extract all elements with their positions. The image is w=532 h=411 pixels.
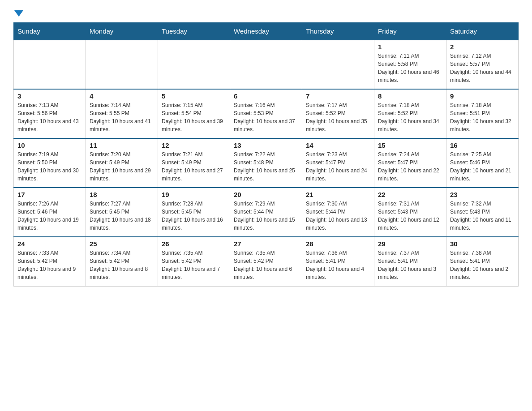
sun-info: Sunrise: 7:30 AMSunset: 5:44 PMDaylight:… — [306, 200, 370, 232]
calendar-cell: 11Sunrise: 7:20 AMSunset: 5:49 PMDayligh… — [86, 138, 158, 188]
week-row-2: 3Sunrise: 7:13 AMSunset: 5:56 PMDaylight… — [14, 89, 519, 138]
day-number: 30 — [450, 240, 515, 248]
day-number: 15 — [378, 141, 442, 149]
calendar-cell — [158, 40, 230, 89]
day-number: 14 — [306, 141, 370, 149]
weekday-header-saturday: Saturday — [446, 23, 519, 40]
calendar-cell: 2Sunrise: 7:12 AMSunset: 5:57 PMDaylight… — [446, 40, 519, 89]
calendar-cell: 4Sunrise: 7:14 AMSunset: 5:55 PMDaylight… — [86, 89, 158, 138]
sun-info: Sunrise: 7:14 AMSunset: 5:55 PMDaylight:… — [90, 101, 154, 133]
sun-info: Sunrise: 7:31 AMSunset: 5:43 PMDaylight:… — [378, 200, 442, 232]
calendar-cell: 13Sunrise: 7:22 AMSunset: 5:48 PMDayligh… — [230, 138, 302, 188]
calendar-cell: 25Sunrise: 7:34 AMSunset: 5:42 PMDayligh… — [86, 237, 158, 286]
sun-info: Sunrise: 7:15 AMSunset: 5:54 PMDaylight:… — [162, 101, 226, 133]
logo — [13, 9, 24, 15]
week-row-1: 1Sunrise: 7:11 AMSunset: 5:58 PMDaylight… — [14, 40, 519, 89]
page-header — [13, 9, 519, 15]
day-number: 22 — [378, 191, 442, 198]
calendar-cell: 27Sunrise: 7:35 AMSunset: 5:42 PMDayligh… — [230, 237, 302, 286]
calendar-cell: 14Sunrise: 7:23 AMSunset: 5:47 PMDayligh… — [302, 138, 374, 188]
calendar-cell: 16Sunrise: 7:25 AMSunset: 5:46 PMDayligh… — [446, 138, 519, 188]
sun-info: Sunrise: 7:20 AMSunset: 5:49 PMDaylight:… — [90, 150, 154, 183]
calendar-cell: 30Sunrise: 7:38 AMSunset: 5:41 PMDayligh… — [446, 237, 519, 286]
weekday-header-monday: Monday — [86, 23, 158, 40]
weekday-header-thursday: Thursday — [302, 23, 374, 40]
week-row-3: 10Sunrise: 7:19 AMSunset: 5:50 PMDayligh… — [14, 138, 519, 188]
calendar-cell: 9Sunrise: 7:18 AMSunset: 5:51 PMDaylight… — [446, 89, 519, 138]
sun-info: Sunrise: 7:37 AMSunset: 5:41 PMDaylight:… — [378, 249, 442, 281]
calendar-table: SundayMondayTuesdayWednesdayThursdayFrid… — [13, 22, 519, 287]
sun-info: Sunrise: 7:13 AMSunset: 5:56 PMDaylight:… — [17, 101, 82, 133]
sun-info: Sunrise: 7:23 AMSunset: 5:47 PMDaylight:… — [306, 150, 370, 183]
day-number: 29 — [378, 240, 442, 248]
day-number: 24 — [17, 240, 82, 248]
calendar-cell: 22Sunrise: 7:31 AMSunset: 5:43 PMDayligh… — [374, 188, 446, 237]
calendar-cell: 19Sunrise: 7:28 AMSunset: 5:45 PMDayligh… — [158, 188, 230, 237]
sun-info: Sunrise: 7:19 AMSunset: 5:50 PMDaylight:… — [17, 150, 82, 183]
weekday-header-friday: Friday — [374, 23, 446, 40]
sun-info: Sunrise: 7:33 AMSunset: 5:42 PMDaylight:… — [17, 249, 82, 281]
day-number: 11 — [90, 141, 154, 149]
calendar-cell: 29Sunrise: 7:37 AMSunset: 5:41 PMDayligh… — [374, 237, 446, 286]
day-number: 27 — [234, 240, 298, 248]
calendar-cell: 18Sunrise: 7:27 AMSunset: 5:45 PMDayligh… — [86, 188, 158, 237]
day-number: 20 — [234, 191, 298, 198]
calendar-cell: 15Sunrise: 7:24 AMSunset: 5:47 PMDayligh… — [374, 138, 446, 188]
sun-info: Sunrise: 7:36 AMSunset: 5:41 PMDaylight:… — [306, 249, 370, 281]
day-number: 1 — [378, 43, 442, 51]
weekday-header-row: SundayMondayTuesdayWednesdayThursdayFrid… — [14, 23, 519, 40]
calendar-cell: 10Sunrise: 7:19 AMSunset: 5:50 PMDayligh… — [14, 138, 86, 188]
sun-info: Sunrise: 7:11 AMSunset: 5:58 PMDaylight:… — [378, 52, 442, 84]
day-number: 3 — [17, 92, 82, 100]
calendar-cell — [86, 40, 158, 89]
calendar-cell: 8Sunrise: 7:18 AMSunset: 5:52 PMDaylight… — [374, 89, 446, 138]
day-number: 21 — [306, 191, 370, 198]
calendar-cell — [302, 40, 374, 89]
calendar-cell: 1Sunrise: 7:11 AMSunset: 5:58 PMDaylight… — [374, 40, 446, 89]
day-number: 6 — [234, 92, 298, 100]
calendar-cell: 20Sunrise: 7:29 AMSunset: 5:44 PMDayligh… — [230, 188, 302, 237]
day-number: 16 — [450, 141, 515, 149]
day-number: 4 — [90, 92, 154, 100]
sun-info: Sunrise: 7:26 AMSunset: 5:46 PMDaylight:… — [17, 200, 82, 232]
calendar-cell: 17Sunrise: 7:26 AMSunset: 5:46 PMDayligh… — [14, 188, 86, 237]
sun-info: Sunrise: 7:18 AMSunset: 5:51 PMDaylight:… — [450, 101, 515, 133]
sun-info: Sunrise: 7:27 AMSunset: 5:45 PMDaylight:… — [90, 200, 154, 232]
calendar-cell — [14, 40, 86, 89]
calendar-cell: 21Sunrise: 7:30 AMSunset: 5:44 PMDayligh… — [302, 188, 374, 237]
day-number: 18 — [90, 191, 154, 198]
day-number: 2 — [450, 43, 515, 51]
sun-info: Sunrise: 7:34 AMSunset: 5:42 PMDaylight:… — [90, 249, 154, 281]
sun-info: Sunrise: 7:28 AMSunset: 5:45 PMDaylight:… — [162, 200, 226, 232]
sun-info: Sunrise: 7:22 AMSunset: 5:48 PMDaylight:… — [234, 150, 298, 183]
sun-info: Sunrise: 7:38 AMSunset: 5:41 PMDaylight:… — [450, 249, 515, 281]
calendar-cell: 5Sunrise: 7:15 AMSunset: 5:54 PMDaylight… — [158, 89, 230, 138]
day-number: 19 — [162, 191, 226, 198]
sun-info: Sunrise: 7:35 AMSunset: 5:42 PMDaylight:… — [162, 249, 226, 281]
day-number: 10 — [17, 141, 82, 149]
day-number: 13 — [234, 141, 298, 149]
calendar-cell: 3Sunrise: 7:13 AMSunset: 5:56 PMDaylight… — [14, 89, 86, 138]
day-number: 5 — [162, 92, 226, 100]
weekday-header-sunday: Sunday — [14, 23, 86, 40]
sun-info: Sunrise: 7:12 AMSunset: 5:57 PMDaylight:… — [450, 52, 515, 84]
sun-info: Sunrise: 7:17 AMSunset: 5:52 PMDaylight:… — [306, 101, 370, 133]
calendar-cell: 7Sunrise: 7:17 AMSunset: 5:52 PMDaylight… — [302, 89, 374, 138]
calendar-cell: 6Sunrise: 7:16 AMSunset: 5:53 PMDaylight… — [230, 89, 302, 138]
sun-info: Sunrise: 7:24 AMSunset: 5:47 PMDaylight:… — [378, 150, 442, 183]
sun-info: Sunrise: 7:21 AMSunset: 5:49 PMDaylight:… — [162, 150, 226, 183]
day-number: 28 — [306, 240, 370, 248]
sun-info: Sunrise: 7:25 AMSunset: 5:46 PMDaylight:… — [450, 150, 515, 183]
calendar-cell: 24Sunrise: 7:33 AMSunset: 5:42 PMDayligh… — [14, 237, 86, 286]
weekday-header-tuesday: Tuesday — [158, 23, 230, 40]
sun-info: Sunrise: 7:32 AMSunset: 5:43 PMDaylight:… — [450, 200, 515, 232]
sun-info: Sunrise: 7:35 AMSunset: 5:42 PMDaylight:… — [234, 249, 298, 281]
day-number: 23 — [450, 191, 515, 198]
calendar-cell: 12Sunrise: 7:21 AMSunset: 5:49 PMDayligh… — [158, 138, 230, 188]
day-number: 26 — [162, 240, 226, 248]
day-number: 8 — [378, 92, 442, 100]
week-row-4: 17Sunrise: 7:26 AMSunset: 5:46 PMDayligh… — [14, 188, 519, 237]
day-number: 17 — [17, 191, 82, 198]
calendar-cell: 23Sunrise: 7:32 AMSunset: 5:43 PMDayligh… — [446, 188, 519, 237]
calendar-cell — [230, 40, 302, 89]
